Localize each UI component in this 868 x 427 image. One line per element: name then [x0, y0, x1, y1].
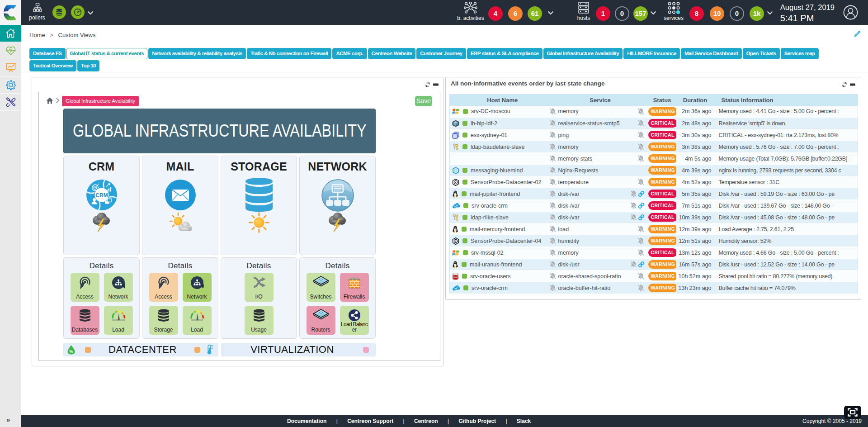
svg-text:%: %	[69, 349, 73, 354]
svg-text:CRM: CRM	[95, 192, 108, 199]
